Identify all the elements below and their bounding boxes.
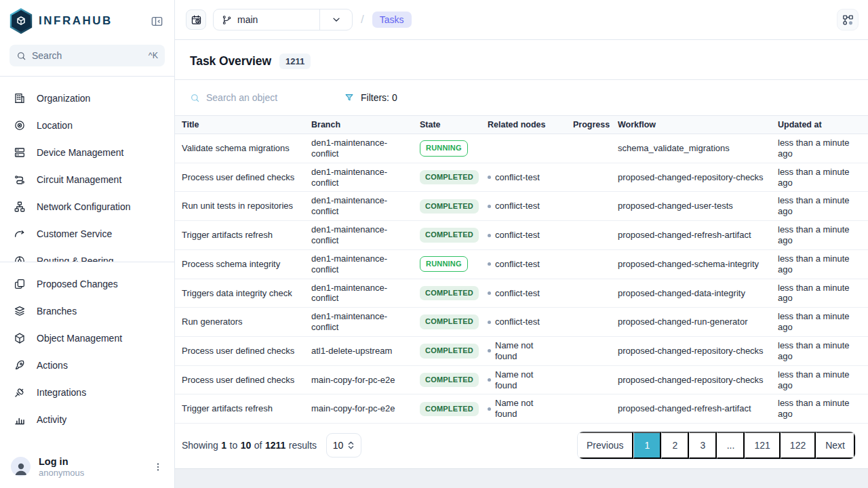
- sidebar: INFRAHUB Search ^K OrganizationLocationD…: [0, 0, 175, 488]
- state-badge: COMPLETED: [420, 373, 479, 387]
- page-button-122[interactable]: 122: [781, 432, 816, 459]
- search-icon: [190, 93, 200, 103]
- task-title: Process user defined checks: [175, 163, 305, 192]
- sidebar-item-organization[interactable]: Organization: [0, 85, 174, 112]
- login-label[interactable]: Log in: [39, 455, 143, 468]
- sidebar-item-routing-peering[interactable]: Routing & Peering: [0, 247, 174, 262]
- task-progress: [567, 163, 612, 192]
- sidebar-item-device-management[interactable]: Device Management: [0, 139, 174, 166]
- page-button-3[interactable]: 3: [689, 432, 717, 459]
- task-title: Validate schema migrations: [175, 134, 305, 163]
- table-row[interactable]: Trigger artifacts refresh den1-maintenan…: [175, 221, 868, 250]
- task-workflow: proposed-changed-refresh-artifact: [612, 221, 772, 250]
- task-workflow: proposed-changed-data-integrity: [612, 279, 772, 308]
- col-state[interactable]: State: [414, 116, 481, 134]
- page-button-1[interactable]: 1: [633, 432, 661, 459]
- sidebar-item-label: Integrations: [37, 387, 86, 398]
- breadcrumb-tasks[interactable]: Tasks: [372, 12, 412, 28]
- sidebar-search-input[interactable]: Search ^K: [9, 45, 165, 66]
- col-progress[interactable]: Progress: [567, 116, 612, 134]
- sidebar-item-branches[interactable]: Branches: [0, 298, 174, 325]
- task-branch: main-copy-for-pc-e2e: [305, 394, 414, 424]
- table-row[interactable]: Process user defined checks den1-mainten…: [175, 163, 868, 192]
- table-row[interactable]: Process schema integrity den1-maintenanc…: [175, 249, 868, 279]
- sidebar-item-activity[interactable]: Activity: [0, 406, 174, 433]
- topbar: main / Tasks: [175, 0, 868, 40]
- task-updated-at: less than a minute ago: [772, 279, 868, 308]
- time-travel-button[interactable]: [186, 9, 206, 30]
- filters-button[interactable]: Filters: 0: [344, 92, 397, 103]
- page-ellipsis[interactable]: ...: [717, 432, 745, 459]
- workflow-graph-button[interactable]: [837, 9, 859, 30]
- rocket-icon: [14, 359, 26, 371]
- task-title: Run generators: [175, 308, 305, 337]
- search-icon: [16, 51, 26, 61]
- table-row[interactable]: Run generators den1-maintenance-conflict…: [175, 308, 868, 337]
- task-branch: den1-maintenance-conflict: [305, 279, 414, 308]
- task-workflow: proposed-changed-schema-integrity: [612, 249, 772, 279]
- sidebar-item-integrations[interactable]: Integrations: [0, 379, 174, 406]
- task-updated-at: less than a minute ago: [772, 221, 868, 250]
- sidebar-item-label: Actions: [37, 360, 68, 371]
- task-workflow: proposed-changed-repository-checks: [612, 163, 772, 192]
- page-size-select[interactable]: 10: [326, 433, 361, 458]
- branch-dropdown-toggle[interactable]: [319, 9, 352, 30]
- breadcrumb-separator: /: [361, 13, 364, 26]
- user-row[interactable]: Log in anonymous: [0, 447, 174, 488]
- task-title: Run unit tests in repositories: [175, 192, 305, 221]
- sidebar-item-circuit-management[interactable]: Circuit Management: [0, 166, 174, 193]
- table-row[interactable]: Validate schema migrations den1-maintena…: [175, 134, 868, 163]
- task-updated-at: less than a minute ago: [772, 337, 868, 366]
- task-updated-at: less than a minute ago: [772, 308, 868, 337]
- task-progress: [567, 134, 612, 163]
- col-branch[interactable]: Branch: [305, 116, 414, 134]
- next-page-button[interactable]: Next: [816, 432, 855, 459]
- object-search[interactable]: [190, 92, 344, 103]
- previous-page-button[interactable]: Previous: [578, 432, 633, 459]
- object-search-input[interactable]: [206, 92, 328, 103]
- branch-selector[interactable]: main: [213, 9, 353, 30]
- pagination: Previous123...121122Next: [577, 431, 856, 460]
- page-button-121[interactable]: 121: [745, 432, 780, 459]
- related-node-label: conflict-test: [495, 172, 540, 183]
- table-row[interactable]: Triggers data integrity check den1-maint…: [175, 279, 868, 308]
- related-node-label: conflict-test: [495, 288, 540, 299]
- col-related-nodes[interactable]: Related nodes: [481, 116, 567, 134]
- col-title[interactable]: Title: [175, 116, 305, 134]
- server-icon: [14, 146, 26, 159]
- col-workflow[interactable]: Workflow: [612, 116, 772, 134]
- task-branch: den1-maintenance-conflict: [305, 308, 414, 337]
- state-badge: COMPLETED: [420, 228, 479, 242]
- task-branch: den1-maintenance-conflict: [305, 221, 414, 250]
- sidebar-item-customer-service[interactable]: Customer Service: [0, 220, 174, 247]
- task-updated-at: less than a minute ago: [772, 365, 868, 394]
- sidebar-item-location[interactable]: Location: [0, 112, 174, 139]
- state-badge: RUNNING: [420, 140, 468, 156]
- table-row[interactable]: Trigger artifacts refresh main-copy-for-…: [175, 394, 868, 424]
- table-footer: Showing1to10of1211results 10 Previous123…: [175, 424, 868, 468]
- sidebar-item-proposed-changes[interactable]: Proposed Changes: [0, 270, 174, 298]
- sidebar-item-label: Network Configuration: [37, 201, 131, 212]
- table-row[interactable]: Process user defined checks main-copy-fo…: [175, 365, 868, 394]
- task-progress: [567, 365, 612, 394]
- table-row[interactable]: Process user defined checks atl1-delete-…: [175, 337, 868, 366]
- tasks-table: Title Branch State Related nodes Progres…: [175, 115, 868, 424]
- sidebar-item-label: Proposed Changes: [37, 279, 118, 289]
- infrahub-logo-icon: [9, 8, 33, 34]
- task-updated-at: less than a minute ago: [772, 249, 868, 279]
- sidebar-item-actions[interactable]: Actions: [0, 352, 174, 379]
- globe-icon: [14, 255, 26, 262]
- table-toolbar: Filters: 0: [175, 80, 868, 115]
- sidebar-collapse-icon[interactable]: [149, 13, 165, 29]
- task-workflow: proposed-changed-repository-checks: [612, 337, 772, 366]
- task-title: Triggers data integrity check: [175, 279, 305, 308]
- page-button-2[interactable]: 2: [661, 432, 689, 459]
- col-updated-at[interactable]: Updated at: [772, 116, 868, 134]
- sidebar-item-object-management[interactable]: Object Management: [0, 325, 174, 352]
- sidebar-item-network-configuration[interactable]: Network Configuration: [0, 193, 174, 220]
- table-header-row: Title Branch State Related nodes Progres…: [175, 116, 868, 134]
- node-status-dot: [488, 205, 491, 208]
- table-row[interactable]: Run unit tests in repositories den1-main…: [175, 192, 868, 221]
- task-updated-at: less than a minute ago: [772, 163, 868, 192]
- kebab-menu-icon[interactable]: [151, 459, 165, 475]
